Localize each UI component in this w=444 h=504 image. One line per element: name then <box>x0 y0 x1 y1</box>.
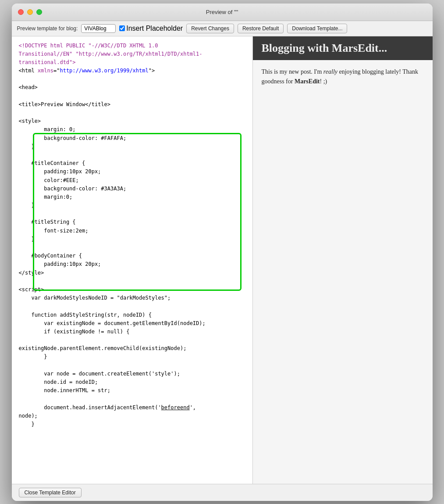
close-button[interactable] <box>18 9 24 15</box>
toolbar-label: Preview template for blog: <box>17 25 78 32</box>
minimize-button[interactable] <box>27 9 33 15</box>
title-bar: Preview of "" <box>12 4 433 21</box>
window-title: Preview of "" <box>206 9 238 15</box>
maximize-button[interactable] <box>36 9 42 15</box>
toolbar: Preview template for blog: VIVABlog Inse… <box>12 21 433 36</box>
insert-placeholder-wrap[interactable]: Insert Placeholder <box>119 25 183 32</box>
code-pane[interactable]: <!DOCTYPE html PUBLIC "-//W3C//DTD XHTML… <box>12 36 253 484</box>
preview-body-italic: really <box>323 68 337 75</box>
restore-default-button[interactable]: Restore Default <box>238 24 284 33</box>
preview-title: Blogging with MarsEdit... <box>262 42 424 55</box>
main-content: <!DOCTYPE html PUBLIC "-//W3C//DTD XHTML… <box>12 36 433 484</box>
preview-pane: Blogging with MarsEdit... This is my new… <box>253 36 433 484</box>
revert-changes-button[interactable]: Revert Changes <box>186 24 234 33</box>
insert-placeholder-label: Insert Placeholder <box>126 25 183 32</box>
insert-placeholder-checkbox[interactable] <box>119 25 125 31</box>
traffic-lights <box>18 9 42 15</box>
download-template-button[interactable]: Download Template... <box>287 24 347 33</box>
preview-body: This is my new post. I'm really enjoying… <box>253 60 433 94</box>
preview-title-bar: Blogging with MarsEdit... <box>253 36 433 60</box>
preview-body-end: ! ;) <box>320 78 327 85</box>
blog-select[interactable]: VIVABlog <box>81 24 116 33</box>
preview-body-before: This is my new post. I'm <box>262 68 323 75</box>
close-template-editor-button[interactable]: Close Template Editor <box>19 488 82 497</box>
footer: Close Template Editor <box>12 484 433 501</box>
main-window: Preview of "" Preview template for blog:… <box>12 4 433 501</box>
code-content: <!DOCTYPE html PUBLIC "-//W3C//DTD XHTML… <box>19 42 245 429</box>
preview-body-bold: MarsEdit <box>295 78 320 85</box>
blog-select-wrap[interactable]: VIVABlog <box>81 24 116 33</box>
